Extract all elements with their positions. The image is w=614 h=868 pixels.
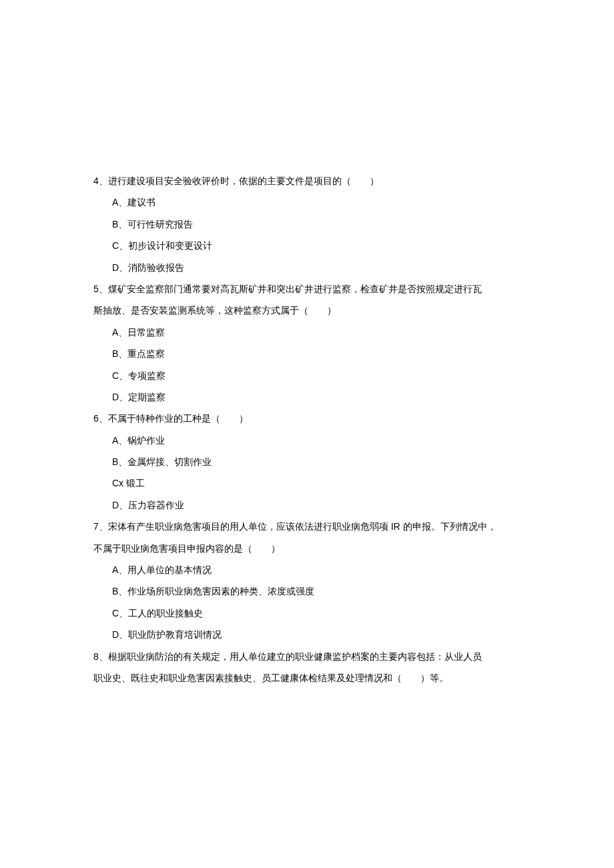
question-body: 根据职业病防治的有关规定，用人单位建立的职业健康监护档案的主要内容包括：从业人员 — [108, 651, 482, 662]
question-body: 进行建设项目安全验收评价时，依据的主要文件是项目的（ ） — [108, 175, 379, 186]
question-5: 5、煤矿安全监察部门通常要对高瓦斯矿井和突出矿井进行监察，检查矿井是否按照规定进… — [93, 282, 521, 404]
option-b: B、可行性研究报告 — [112, 217, 521, 232]
question-number: 8、 — [93, 651, 108, 662]
options-list: A、用人单位的基本情况 B、作业场所职业病危害因素的种类、浓度或强度 C、工人的… — [93, 562, 521, 642]
question-continuation: 职业史、既往史和职业危害因素接触史、员工健康体检结果及处理情况和（ ）等。 — [93, 671, 521, 685]
question-body: 不属于特种作业的工种是（ ） — [108, 413, 248, 424]
option-b: B、金属焊接、切割作业 — [112, 454, 521, 469]
option-d: D、消防验收报告 — [112, 260, 521, 275]
option-d: D、压力容器作业 — [112, 498, 521, 512]
options-list: A、日常监察 B、重点监察 C、专项监察 D、定期监察 — [93, 325, 521, 405]
question-continuation: 斯抽放、是否安装监测系统等，这种监察方式属于（ ） — [93, 303, 521, 318]
question-text: 5、煤矿安全监察部门通常要对高瓦斯矿井和突出矿井进行监察，检查矿井是否按照规定进… — [93, 282, 521, 296]
question-4: 4、进行建设项目安全验收评价时，依据的主要文件是项目的（ ） A、建议书 B、可… — [93, 173, 521, 275]
question-body: 煤矿安全监察部门通常要对高瓦斯矿井和突出矿井进行监察，检查矿井是否按照规定进行瓦 — [108, 284, 482, 294]
option-a: A、锅炉作业 — [112, 433, 521, 448]
options-list: A、锅炉作业 B、金属焊接、切割作业 Cx 锻工 D、压力容器作业 — [93, 433, 521, 513]
option-d: D、职业防护教育培训情况 — [112, 627, 521, 642]
option-c: Cx 锻工 — [112, 476, 521, 490]
option-a: A、日常监察 — [112, 325, 521, 340]
option-b: B、重点监察 — [112, 346, 521, 361]
question-text: 8、根据职业病防治的有关规定，用人单位建立的职业健康监护档案的主要内容包括：从业… — [93, 649, 521, 664]
question-number: 5、 — [93, 284, 108, 294]
question-text: 6、不属于特种作业的工种是（ ） — [93, 411, 521, 426]
question-continuation: 不属于职业病危害项目申报内容的是（ ） — [93, 541, 521, 556]
question-6: 6、不属于特种作业的工种是（ ） A、锅炉作业 B、金属焊接、切割作业 Cx 锻… — [93, 411, 521, 512]
option-d: D、定期监察 — [112, 390, 521, 404]
option-a: A、用人单位的基本情况 — [112, 562, 521, 577]
question-number: 6、 — [93, 413, 108, 424]
question-text: 4、进行建设项目安全验收评价时，依据的主要文件是项目的（ ） — [93, 173, 521, 188]
question-7: 7、宋体有产生职业病危害项目的用人单位，应该依法进行职业病危弱项 IR 的申报。… — [93, 519, 521, 642]
question-text: 7、宋体有产生职业病危害项目的用人单位，应该依法进行职业病危弱项 IR 的申报。… — [93, 519, 521, 534]
option-c: C、专项监察 — [112, 368, 521, 383]
options-list: A、建议书 B、可行性研究报告 C、初步设计和变更设计 D、消防验收报告 — [93, 195, 521, 275]
option-c: C、初步设计和变更设计 — [112, 238, 521, 253]
question-number: 7、 — [93, 521, 108, 532]
question-number: 4、 — [93, 175, 108, 186]
question-8: 8、根据职业病防治的有关规定，用人单位建立的职业健康监护档案的主要内容包括：从业… — [93, 649, 521, 686]
option-a: A、建议书 — [112, 195, 521, 209]
option-c: C、工人的职业接触史 — [112, 606, 521, 620]
option-b: B、作业场所职业病危害因素的种类、浓度或强度 — [112, 584, 521, 598]
question-body: 宋体有产生职业病危害项目的用人单位，应该依法进行职业病危弱项 IR 的申报。下列… — [108, 521, 497, 532]
